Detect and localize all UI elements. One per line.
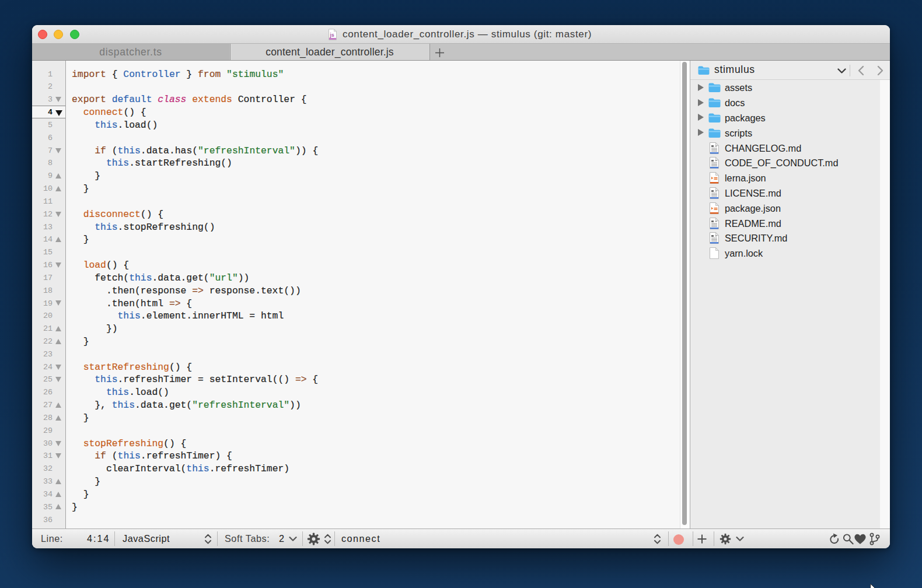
svg-text:js: js — [329, 32, 334, 37]
